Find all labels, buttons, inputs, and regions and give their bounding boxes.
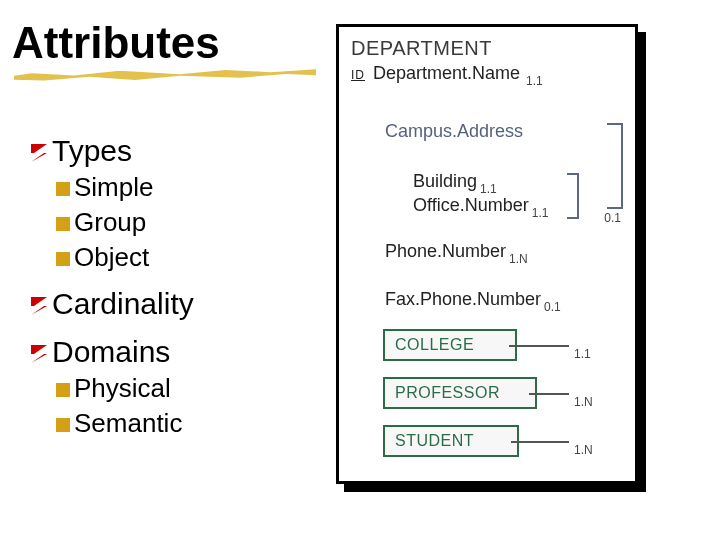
ref-college-card: 1.1 (574, 347, 591, 361)
z-bullet-icon (28, 335, 50, 368)
fax-card: 0.1 (544, 300, 561, 314)
svg-rect-3 (56, 252, 70, 266)
bullet-cardinality: Cardinality (28, 287, 318, 321)
sub-attr-office: Office.Number 1.1 (413, 195, 548, 216)
dept-name-card: 1.1 (526, 74, 543, 88)
bullet-object-label: Object (74, 242, 149, 272)
ref-college-label: COLLEGE (395, 336, 474, 354)
attr-fax: Fax.Phone.Number 0.1 (385, 289, 561, 310)
entity-name: DEPARTMENT (351, 37, 625, 60)
phone-card: 1.N (509, 252, 528, 266)
dept-name-attr: Department.Name (373, 63, 520, 84)
group-bracket-inner (567, 173, 579, 219)
bullet-object: Object (54, 242, 318, 273)
bullet-list: Types Simple Group Object Cardinality Do… (28, 120, 318, 443)
entity-diagram: DEPARTMENT ID Department.Name1.1 Campus.… (336, 24, 646, 492)
svg-rect-1 (56, 182, 70, 196)
y-bullet-icon (54, 408, 72, 438)
bullet-group: Group (54, 207, 318, 238)
identifier-row: ID Department.Name1.1 (351, 63, 625, 84)
svg-marker-4 (31, 297, 47, 315)
ref-professor-card: 1.N (574, 395, 593, 409)
bullet-semantic: Semantic (54, 408, 318, 439)
sub-building-label: Building (413, 171, 477, 191)
diagram-box: DEPARTMENT ID Department.Name1.1 Campus.… (336, 24, 638, 484)
bullet-group-label: Group (74, 207, 146, 237)
bullet-domains-label: Domains (52, 335, 170, 368)
y-bullet-icon (54, 242, 72, 272)
bullet-domains: Domains (28, 335, 318, 369)
z-bullet-icon (28, 134, 50, 167)
ref-student-box: STUDENT (383, 425, 519, 457)
bullet-physical: Physical (54, 373, 318, 404)
bullet-types-label: Types (52, 134, 132, 167)
slide: Attributes Types Simple Group Object Car… (0, 0, 720, 540)
bullet-types: Types (28, 134, 318, 168)
svg-marker-5 (31, 345, 47, 363)
z-bullet-icon (28, 287, 50, 320)
y-bullet-icon (54, 172, 72, 202)
group-bracket-outer (607, 123, 623, 209)
y-bullet-icon (54, 373, 72, 403)
fax-label: Fax.Phone.Number (385, 289, 541, 309)
bullet-semantic-label: Semantic (74, 408, 182, 438)
ref-student-label: STUDENT (395, 432, 474, 450)
ref-student-connector (511, 441, 569, 443)
svg-marker-0 (31, 144, 47, 162)
id-label: ID (351, 68, 365, 82)
ref-professor-connector (529, 393, 569, 395)
ref-student-card: 1.N (574, 443, 593, 457)
sub-attr-building: Building 1.1 (413, 171, 497, 192)
y-bullet-icon (54, 207, 72, 237)
sub-office-card: 1.1 (532, 206, 549, 220)
group-attr-campus-address: Campus.Address (385, 121, 523, 142)
group-card: 0.1 (604, 211, 621, 225)
svg-rect-2 (56, 217, 70, 231)
ref-professor-label: PROFESSOR (395, 384, 500, 402)
sub-building-card: 1.1 (480, 182, 497, 196)
bullet-simple-label: Simple (74, 172, 153, 202)
bullet-cardinality-label: Cardinality (52, 287, 194, 320)
attr-phone: Phone.Number 1.N (385, 241, 528, 262)
ref-college-connector (509, 345, 569, 347)
sub-office-label: Office.Number (413, 195, 529, 215)
bullet-simple: Simple (54, 172, 318, 203)
phone-label: Phone.Number (385, 241, 506, 261)
ref-professor-box: PROFESSOR (383, 377, 537, 409)
svg-rect-7 (56, 418, 70, 432)
slide-title: Attributes (12, 18, 220, 68)
ref-college-box: COLLEGE (383, 329, 517, 361)
svg-rect-6 (56, 383, 70, 397)
bullet-physical-label: Physical (74, 373, 171, 403)
